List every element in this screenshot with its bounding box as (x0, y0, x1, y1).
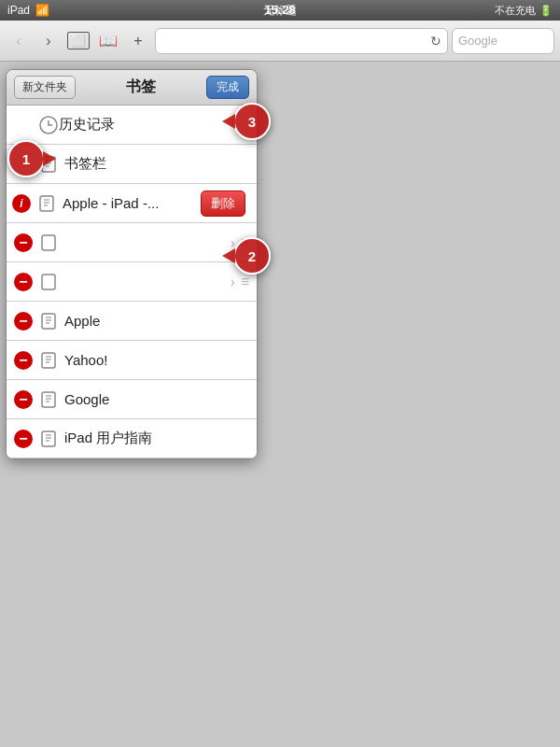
charging-label: 不在充电 (495, 4, 536, 18)
svg-rect-11 (42, 314, 55, 329)
forward-button[interactable]: › (35, 28, 62, 54)
forward-icon: › (46, 33, 50, 49)
minus-folder2-icon[interactable] (14, 273, 33, 291)
done-button[interactable]: 完成 (206, 76, 249, 99)
bookmark-icon: 📖 (99, 32, 118, 49)
svg-rect-23 (42, 431, 55, 446)
bookmarkbar-label: 书签栏 (64, 155, 249, 173)
annotation-arrow-1 (43, 151, 56, 166)
apple-ipad-row[interactable]: Apple - iPad -... 删除 (7, 184, 257, 223)
svg-rect-5 (40, 196, 53, 211)
annotation-number-1: 1 (22, 151, 30, 167)
browser-toolbar: ‹ › ⬜ 📖 + ↻ Google (0, 21, 560, 62)
svg-rect-19 (42, 392, 55, 407)
folder1-book-icon (38, 233, 59, 253)
yahoo-label: Yahoo! (64, 352, 249, 368)
apple-label: Apple (64, 313, 249, 329)
annotation-3-wrap: 3 (233, 103, 271, 140)
main-area: 新文件夹 书签 完成 历史记录 (0, 62, 560, 747)
wifi-icon: 📶 (35, 4, 49, 17)
minus-yahoo-icon[interactable] (14, 351, 33, 370)
svg-rect-15 (42, 353, 55, 368)
new-tab-button[interactable]: + (125, 28, 151, 54)
ipadguide-book-icon (38, 429, 59, 449)
search-placeholder: Google (458, 34, 497, 48)
annotation-circle-3: 3 (233, 103, 271, 140)
history-row[interactable]: 历史记录 (7, 106, 257, 145)
tabs-icon: ⬜ (67, 32, 90, 49)
history-icon (38, 115, 59, 135)
bookmarks-panel: 新文件夹 书签 完成 历史记录 (6, 69, 258, 459)
yahoo-book-icon (38, 350, 59, 371)
search-bar[interactable]: Google (452, 28, 554, 54)
folder-row-2[interactable]: › ≡ (7, 262, 257, 302)
annotation-1-wrap: 1 (7, 140, 45, 177)
annotation-circle-1: 1 (7, 140, 45, 177)
bookmarks-button[interactable]: 📖 (95, 28, 121, 54)
minus-apple-icon[interactable] (14, 312, 33, 331)
plus-icon: + (133, 33, 142, 49)
status-right: 不在充电 🔋 (495, 4, 553, 18)
folder-row-1[interactable]: › ≡ (7, 223, 257, 262)
back-icon: ‹ (16, 33, 21, 49)
chevron-icon-2: › (231, 275, 235, 289)
url-bar[interactable]: ↻ (155, 28, 448, 54)
battery-icon: 🔋 (539, 5, 553, 17)
history-label: 历史记录 (59, 116, 249, 134)
back-button[interactable]: ‹ (6, 28, 32, 54)
google-label: Google (64, 391, 249, 407)
apple-row[interactable]: Apple (7, 302, 257, 341)
drag-handle-2[interactable]: ≡ (241, 274, 249, 290)
annotation-circle-2: 2 (233, 237, 271, 275)
time-display: 15:28 (264, 3, 295, 17)
annotation-arrow-2 (222, 248, 235, 263)
yahoo-row[interactable]: Yahoo! (7, 341, 257, 380)
info-icon[interactable] (12, 194, 31, 213)
new-folder-button[interactable]: 新文件夹 (14, 76, 76, 99)
annotation-number-2: 2 (248, 248, 256, 264)
carrier-label: iPad (7, 4, 30, 17)
reload-button[interactable]: ↻ (430, 34, 441, 49)
ipadguide-label: iPad 用户指南 (64, 430, 249, 447)
google-book-icon (38, 389, 59, 410)
panel-title: 书签 (126, 78, 156, 97)
apple-ipad-label: Apple - iPad -... (63, 195, 201, 211)
minus-folder1-icon[interactable] (14, 233, 33, 252)
annotation-2-wrap: 2 (233, 237, 271, 275)
apple-ipad-book-icon (36, 193, 57, 214)
minus-google-icon[interactable] (14, 390, 33, 409)
svg-rect-10 (42, 275, 55, 289)
folder2-book-icon (38, 272, 59, 292)
annotation-number-3: 3 (248, 114, 256, 130)
panel-header: 新文件夹 书签 完成 (7, 70, 257, 106)
minus-ipadguide-icon[interactable] (14, 430, 33, 448)
status-left: iPad 📶 (7, 4, 49, 17)
svg-rect-9 (42, 235, 55, 250)
ipad-guide-row[interactable]: iPad 用户指南 (7, 419, 257, 458)
tabs-button[interactable]: ⬜ (65, 28, 91, 54)
annotation-arrow-3 (222, 114, 235, 129)
delete-button[interactable]: 删除 (201, 190, 245, 217)
google-row[interactable]: Google (7, 380, 257, 419)
apple-book-icon (38, 311, 59, 331)
